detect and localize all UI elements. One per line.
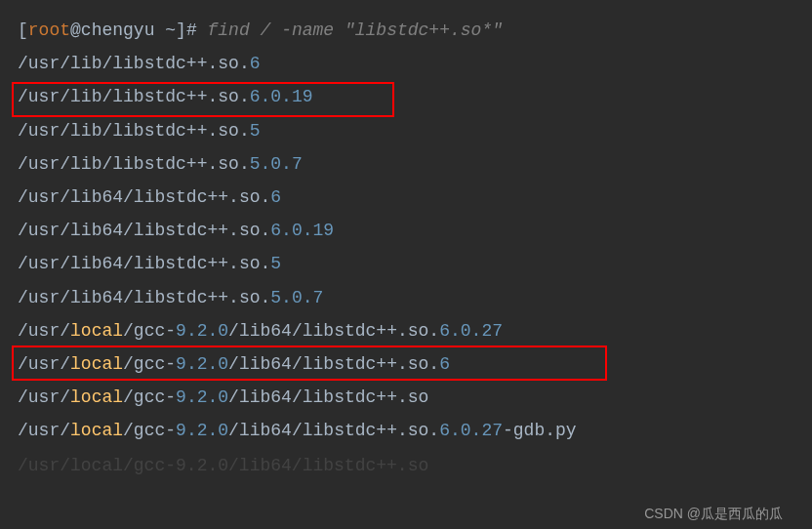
prompt-close-bracket: ]	[176, 20, 186, 40]
output-line-11: /usr/local/gcc-9.2.0/lib64/libstdc++.so	[18, 381, 794, 414]
output-line-6: /usr/lib64/libstdc++.so.6.0.19	[18, 214, 794, 247]
output-line-4: /usr/lib/libstdc++.so.5.0.7	[18, 147, 794, 181]
output-line-1: /usr/lib/libstdc++.so.6	[18, 47, 794, 80]
output-line-9: /usr/local/gcc-9.2.0/lib64/libstdc++.so.…	[18, 314, 794, 347]
command-text: find / -name "libstdc++.so*"	[208, 20, 503, 40]
prompt-line[interactable]: [root@chengyu ~]# find / -name "libstdc+…	[18, 14, 794, 47]
prompt-at: @	[70, 20, 81, 40]
prompt-dir: ~	[165, 20, 176, 40]
faded-background-line: /usr/local/gcc-9.2.0/lib64/libstdc++.so	[18, 449, 794, 482]
terminal-window: [root@chengyu ~]# find / -name "libstdc+…	[0, 0, 812, 497]
output-line-12: /usr/local/gcc-9.2.0/lib64/libstdc++.so.…	[18, 414, 794, 447]
prompt-user: root	[28, 20, 70, 40]
output-line-5: /usr/lib64/libstdc++.so.6	[18, 181, 794, 214]
output-line-7: /usr/lib64/libstdc++.so.5	[18, 247, 794, 280]
output-line-3: /usr/lib/libstdc++.so.5	[18, 114, 794, 147]
prompt-space	[154, 20, 165, 40]
output-line-2: /usr/lib/libstdc++.so.6.0.19	[18, 80, 794, 113]
watermark-text: CSDN @瓜是西瓜的瓜	[644, 506, 783, 523]
output-line-10: /usr/local/gcc-9.2.0/lib64/libstdc++.so.…	[18, 347, 794, 381]
output-line-8: /usr/lib64/libstdc++.so.5.0.7	[18, 281, 794, 314]
prompt-host: chengyu	[81, 20, 155, 40]
prompt-open-bracket: [	[18, 20, 28, 40]
prompt-hash: #	[186, 20, 208, 40]
